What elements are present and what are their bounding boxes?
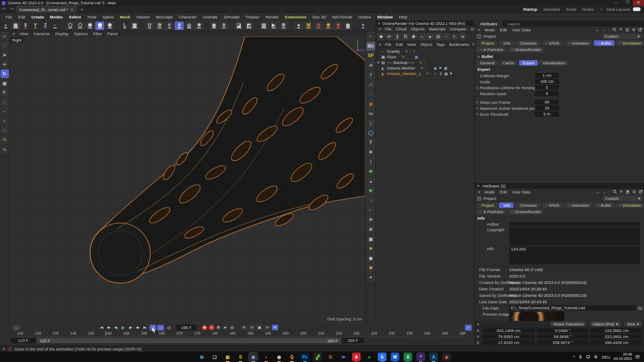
taskbar-app-icon[interactable]: Ps	[301, 353, 309, 361]
attributes-menu-item[interactable]: Edit	[497, 27, 509, 32]
object-manager-menu-item[interactable]: File	[383, 42, 394, 47]
tool-icon[interactable]: ∿	[0, 145, 9, 154]
visibility-dots[interactable]: ⁚	[423, 60, 425, 65]
tray-chevron-icon[interactable]: ^	[573, 355, 575, 359]
layout-item[interactable]: Startup	[523, 7, 537, 12]
object-row[interactable]: ▦ Floor ⁚ ▦	[376, 54, 474, 60]
target-icon[interactable]	[632, 27, 636, 32]
menu-item[interactable]: Mesh	[117, 15, 133, 19]
menu-item[interactable]: INSYDIUM	[329, 15, 355, 19]
tool-icon[interactable]: ➤	[0, 51, 9, 59]
parent-up-icon[interactable]: ↑	[608, 27, 610, 32]
size-dropdown[interactable]: Size▾	[624, 321, 642, 326]
expand-icon[interactable]: ⊞	[377, 60, 380, 64]
menu-item[interactable]: Create	[28, 15, 47, 19]
layer-toggle[interactable]	[402, 56, 404, 58]
lock-open-icon[interactable]	[625, 27, 629, 32]
attribute-tab[interactable]: ⌂Animation	[564, 40, 592, 46]
enabled-check-icon[interactable]: ✓	[434, 72, 438, 76]
taskbar-app-icon[interactable]: ▞	[313, 353, 322, 361]
tool-icon[interactable]: ▣	[366, 235, 375, 244]
menu-item[interactable]: Select	[66, 15, 84, 19]
toolbar-icon[interactable]: ◩	[244, 21, 253, 30]
tool-icon[interactable]: ⌐	[366, 205, 375, 214]
display-icon[interactable]	[586, 355, 590, 359]
attribute-tab[interactable]: ⌂XRefs	[542, 202, 563, 208]
tool-icon[interactable]: ✛	[0, 60, 9, 69]
search-icon[interactable]	[613, 190, 617, 194]
viewport-canvas[interactable]	[9, 31, 365, 324]
keyframe-diamond-icon[interactable]: ◇	[475, 86, 480, 90]
minimize-button[interactable]: ─	[611, 0, 622, 6]
object-row[interactable]: ⊞ ▤ -----Backup----- ⁚	[376, 60, 474, 65]
octane-menu-item[interactable]: Materials	[427, 27, 448, 31]
filter-icon[interactable]	[619, 190, 623, 194]
object-name[interactable]: -----Backup-----	[387, 60, 414, 65]
parameter-value-field[interactable]: 0	[535, 91, 559, 96]
taskbar-app-icon[interactable]: Q	[288, 353, 296, 361]
record-button[interactable]: ⚙	[216, 325, 221, 330]
toolbar-icon[interactable]: ▣	[11, 21, 20, 30]
tool-icon[interactable]: ❋	[366, 263, 375, 272]
timeline-ruler[interactable]: 1251301351401451501551601651701751801851…	[17, 331, 466, 337]
toolbar-icon[interactable]: ⌖	[358, 21, 368, 30]
tool-icon[interactable]: ⌖	[366, 273, 375, 282]
taskbar-app-icon[interactable]: ▤	[223, 353, 232, 361]
tool-icon[interactable]: ⬢	[366, 254, 375, 263]
octane-toolbar-icon[interactable]: ⟳	[386, 33, 393, 40]
timeline-toggle[interactable]: ⚏	[157, 325, 164, 331]
attribute-tab[interactable]: Info	[499, 202, 514, 208]
transport-button[interactable]: |◀	[98, 325, 105, 331]
taskbar-app-icon[interactable]: ⊞	[197, 353, 206, 361]
file-path-field[interactable]: E:\_Temp\Connected_Rings_Tutorial.c4d	[509, 305, 636, 311]
attribute-tab[interactable]: ⌂Simulation	[616, 40, 644, 46]
viewport[interactable]: ≡ ViewCamerasDisplayOptionsFilterPanel R…	[9, 31, 365, 324]
octane-menu-item[interactable]: Cloud	[394, 27, 409, 31]
range-start-field[interactable]: 123 F	[11, 338, 36, 343]
range-end-field[interactable]: 250 F	[342, 338, 364, 343]
document-tab[interactable]: Connected_Ri...torial.c4d * ✕	[16, 6, 77, 13]
history-forward-icon[interactable]: →	[602, 190, 607, 194]
sub-tab[interactable]: Expert	[519, 60, 538, 66]
toolbar-icon[interactable]: A	[219, 21, 228, 30]
attribute-tab[interactable]: ⌂OctaneRender	[508, 209, 545, 214]
octane-toolbar-icon[interactable]: ●	[426, 33, 434, 40]
attribute-tab[interactable]: ⌂X-Particles	[477, 209, 507, 214]
attributes-hamburger-icon[interactable]: ≡	[477, 190, 482, 194]
menu-item[interactable]: Daz 3D	[310, 15, 329, 19]
object-tags[interactable]: ◉ ⚑ ▩	[434, 66, 448, 70]
octane-toolbar-icon[interactable]: M	[459, 33, 466, 40]
object-name[interactable]: Volume_Mesher_1	[387, 71, 421, 76]
taskbar-app-icon[interactable]: ◉	[442, 353, 451, 361]
taskbar-app-icon[interactable]: ❏	[210, 353, 219, 361]
visibility-dots[interactable]: ⁚	[424, 66, 427, 70]
object-name[interactable]: Volume Mesher	[387, 66, 415, 70]
menu-item[interactable]: Tools	[84, 15, 99, 19]
attribute-tab[interactable]: Project	[477, 40, 498, 46]
reset-transform-button[interactable]: Reset Transform	[550, 321, 587, 326]
history-back-icon[interactable]: ←	[596, 190, 600, 194]
tool-icon[interactable]: ☀	[366, 244, 375, 253]
viewport-hamburger-icon[interactable]: ≡	[11, 31, 16, 36]
tool-icon[interactable]: ⇱	[0, 88, 9, 97]
toolbar-icon[interactable]: ⚙	[155, 21, 164, 30]
scale-field[interactable]: 223.3991 cm	[590, 328, 643, 333]
toolbar-icon[interactable]: X	[21, 21, 30, 30]
parameter-value-field[interactable]: 1 cm	[535, 73, 559, 78]
scale-field[interactable]: 223.2661 cm	[590, 334, 643, 339]
toolbar-icon[interactable]: U	[145, 21, 154, 30]
octane-toolbar-icon[interactable]: ∥	[394, 33, 401, 40]
menu-item[interactable]: Help	[396, 15, 410, 19]
layer-toggle[interactable]	[419, 61, 422, 63]
attribute-tab[interactable]: ⌂Bullet	[594, 40, 614, 46]
record-button[interactable]: ◆	[202, 325, 207, 330]
parameter-value-field[interactable]: 5 %	[535, 112, 559, 117]
viewport-menu-item[interactable]: View	[17, 31, 31, 36]
info-field[interactable]: 123-250	[509, 246, 640, 264]
menu-item[interactable]: Spline	[100, 15, 117, 19]
filter-icon[interactable]	[619, 27, 623, 32]
object-name[interactable]: Gravity	[387, 49, 400, 54]
preview-range-slider[interactable]: 123 F 250 F	[37, 338, 340, 343]
preset-dropdown[interactable]: Custom▾	[602, 33, 642, 39]
attributes-menu-item[interactable]: Mode	[482, 190, 498, 194]
